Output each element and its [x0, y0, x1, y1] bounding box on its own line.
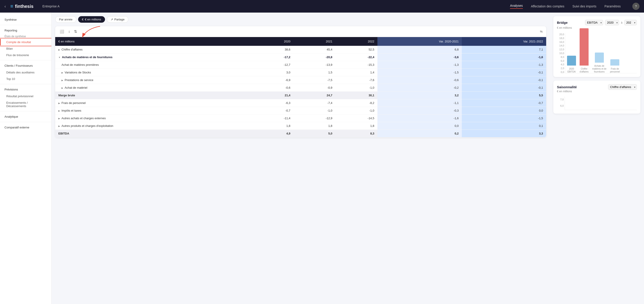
cell-2022: -15,3 [336, 61, 378, 69]
bridge-chart-area: 20,0 18,0 16,0 14,0 12,0 10,0 8,0 6,0 4,… [557, 33, 637, 73]
saisonnalite-header: Saisonnalité Chiffre d'affaires [557, 84, 637, 90]
row-label-matieres-premieres: Achat de matières premières [55, 61, 252, 69]
sidebar-subsection-etats: États de synthèse [0, 34, 52, 39]
saisonnalite-widget: Saisonnalité Chiffre d'affaires € en mil… [553, 81, 640, 114]
sidebar-divider-4 [0, 111, 52, 111]
sidebar-item-comparatif[interactable]: Comparatif externe [0, 124, 52, 131]
cell-var2: -0,7 [462, 99, 546, 107]
main-panel: Par année € € en millions ↗ Partage [52, 13, 550, 304]
cell-var1: -1,1 [378, 99, 462, 107]
sort-asc-button[interactable]: ↕ [67, 29, 71, 35]
row-label-prestations: ▶Prestations de service [55, 76, 252, 84]
sort-desc-button[interactable]: ⇅ [73, 29, 78, 35]
cell-2022: -7,6 [336, 76, 378, 84]
cell-2022: 1,4 [336, 69, 378, 76]
sidebar-item-analytique[interactable]: Analytique [0, 113, 52, 120]
bar-label-2020-ebitda: 2020EBITDA [568, 67, 576, 73]
table-wrapper: ⬜ ↕ ⇅ % € en millions 2020 2021 2022 [55, 26, 546, 137]
row-label-achats: ▼Achats de matières et de fournitures [55, 54, 252, 61]
partage-button[interactable]: ↗ Partage [107, 16, 128, 23]
sidebar-item-clients[interactable]: Clients / Fournisseurs [0, 62, 52, 69]
row-label-chiffre-affaires: ▶Chiffre d'affaires [55, 46, 252, 54]
sidebar-item-resultat-previsionnel[interactable]: Résultat prévisionnel [0, 93, 52, 100]
sidebar-item-previsions[interactable]: Prévisions [0, 86, 52, 93]
financial-table-container: ⬜ ↕ ⇅ % € en millions 2020 2021 2022 [55, 26, 546, 137]
expand-icon[interactable]: ▶ [62, 87, 63, 89]
expand-icon[interactable]: ▶ [58, 49, 60, 51]
cell-2022: 8,3 [336, 130, 378, 137]
sidebar-item-details-auxiliaires[interactable]: Détails des auxiliaires [0, 69, 52, 76]
cell-2020: -11,4 [252, 115, 294, 122]
cell-var1: -3,6 [378, 54, 462, 61]
bridge-to-label: à [621, 21, 622, 24]
expand-icon[interactable]: ▶ [58, 102, 60, 104]
cell-2020: 3,0 [252, 69, 294, 76]
toolbar: Par année € € en millions ↗ Partage [55, 16, 546, 23]
sidebar: Synthèse Reporting États de synthèse Com… [0, 13, 52, 304]
logo: ≡ finthesis [10, 3, 34, 9]
table-row: ▶Prestations de service -6,9 -7,5 -7,6 -… [55, 76, 546, 84]
table-row: Achat de matières premières -12,7 -13,9 … [55, 61, 546, 69]
copy-button[interactable]: ⬜ [59, 29, 65, 35]
cell-2021: 45,4 [294, 46, 336, 54]
row-label-frais-personnel: ▶Frais de personnel [55, 99, 252, 107]
cell-var2: -1,5 [462, 115, 546, 122]
cell-2022: -14,5 [336, 115, 378, 122]
table-header-row: € en millions 2020 2021 2022 Var. 2020-2… [55, 37, 546, 46]
help-button[interactable]: ? [632, 3, 640, 10]
par-annee-button[interactable]: Par année [55, 16, 76, 23]
saisonnalite-metric-select[interactable]: Chiffre d'affaires [608, 84, 637, 90]
sidebar-item-bilan[interactable]: Bilan [0, 45, 52, 52]
saisonnalite-chart-body [564, 97, 637, 110]
bar-chiffre-affaires [580, 28, 588, 66]
expand-icon[interactable]: ▶ [62, 79, 63, 82]
nav-parametres[interactable]: Paramètres [604, 5, 621, 8]
bar-achats [595, 53, 604, 63]
table-row: ▶Autres produits et charges d'exploitati… [55, 122, 546, 130]
row-label-marge-brute: Marge brute [55, 92, 252, 99]
en-millions-button[interactable]: € € en millions [78, 16, 105, 23]
nav-suivi[interactable]: Suivi des imports [572, 5, 596, 8]
sidebar-item-encaissements[interactable]: Encaissements / Décaissements [0, 100, 52, 109]
percentage-toggle[interactable]: % [540, 30, 542, 33]
row-label-ebitda: EBITDA [55, 130, 252, 137]
sidebar-item-compte-resultat[interactable]: Compte de résultat [0, 39, 52, 45]
row-label-variations-stocks: ▶Variations de Stocks [55, 69, 252, 76]
expand-icon[interactable]: ▼ [58, 56, 60, 59]
back-button[interactable]: ‹ [4, 4, 6, 9]
table-row-subtotal: Marge brute 21,4 24,7 30,1 3,2 5,5 [55, 92, 546, 99]
sidebar-item-synthese[interactable]: Synthèse [0, 16, 52, 23]
table-row: ▼Achats de matières et de fournitures -1… [55, 54, 546, 61]
table-row-ebitda: EBITDA 4,9 5,0 8,3 0,2 3,3 [55, 130, 546, 137]
saisonnalite-title: Saisonnalité [557, 85, 577, 89]
bar-2020-ebitda [567, 56, 576, 66]
nav-affectation[interactable]: Affectation des comptes [531, 5, 564, 8]
expand-icon[interactable]: ▶ [62, 71, 63, 74]
cell-2020: -12,7 [252, 61, 294, 69]
expand-icon[interactable]: ▶ [58, 125, 60, 127]
cell-2020: -17,2 [252, 54, 294, 61]
expand-icon[interactable]: ▶ [58, 117, 60, 120]
table-body: ▶Chiffre d'affaires 38,6 45,4 52,5 6,8 7… [55, 46, 546, 137]
cell-var2: -1,6 [462, 54, 546, 61]
cell-var1: -0,6 [378, 76, 462, 84]
sidebar-divider-1 [0, 25, 52, 25]
cell-2021: -7,5 [294, 76, 336, 84]
row-label-autres-produits: ▶Autres produits et charges d'exploitati… [55, 122, 252, 130]
nav-analyses[interactable]: Analyses [510, 4, 523, 9]
bar-label-achats: Achats dematières et defournitures [592, 65, 606, 73]
financial-table: € en millions 2020 2021 2022 Var. 2020-2… [55, 37, 546, 137]
cell-2021: -7,4 [294, 99, 336, 107]
bridge-to-year-select[interactable]: 202 [624, 20, 637, 25]
cell-2022: 52,5 [336, 46, 378, 54]
cell-var2: 7,1 [462, 46, 546, 54]
bridge-year-select[interactable]: 2020 [605, 20, 619, 25]
sidebar-item-top10[interactable]: Top 10 [0, 76, 52, 82]
sidebar-item-flux[interactable]: Flux de trésorerie [0, 52, 52, 58]
bridge-metric-select[interactable]: EBITDA [585, 20, 603, 25]
cell-var2: -0,1 [462, 84, 546, 92]
bar-frais-personnel [610, 59, 619, 66]
sidebar-item-reporting[interactable]: Reporting [0, 27, 52, 34]
main-layout: Synthèse Reporting États de synthèse Com… [0, 13, 644, 304]
expand-icon[interactable]: ▶ [58, 110, 60, 112]
